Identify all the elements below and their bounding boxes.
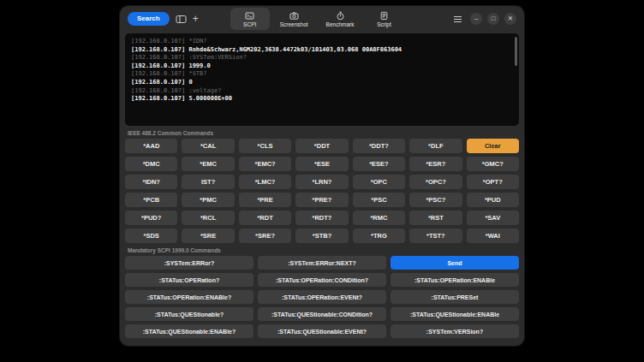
scpi-command-button[interactable]: :STATus:OPERation:ENABle? bbox=[125, 290, 253, 304]
ieee-command-button[interactable]: *OPT? bbox=[467, 175, 519, 189]
ieee-command-button[interactable]: *GMC? bbox=[467, 157, 519, 171]
ieee-command-button[interactable]: *DDT bbox=[295, 139, 348, 153]
tab-label: SCPI bbox=[243, 21, 256, 27]
ieee-command-button[interactable]: *AAD bbox=[125, 139, 177, 153]
ieee-command-button[interactable]: *CLS bbox=[239, 139, 291, 153]
ieee-command-button[interactable]: *STB? bbox=[295, 228, 348, 243]
ieee-command-button[interactable]: *RDT bbox=[239, 211, 291, 225]
ieee-command-button[interactable]: *DMC bbox=[125, 157, 177, 171]
tab-label: Benchmark bbox=[326, 21, 355, 27]
ieee-command-button[interactable]: *RST bbox=[409, 211, 462, 225]
ieee-command-button[interactable]: *ESE? bbox=[353, 157, 405, 171]
sidebar-toggle-button[interactable] bbox=[176, 15, 187, 24]
ieee-command-button[interactable]: *SRE? bbox=[239, 228, 291, 243]
terminal-icon bbox=[245, 11, 254, 21]
ieee-command-button[interactable]: *RDT? bbox=[295, 211, 348, 225]
search-button[interactable]: Search bbox=[128, 12, 170, 26]
tab-label: Script bbox=[377, 21, 391, 27]
scpi-command-grid: :SYSTem:ERRor?:SYSTem:ERRor:NEXT?Send:ST… bbox=[120, 256, 524, 338]
hamburger-icon bbox=[453, 15, 462, 23]
tab-benchmark[interactable]: Benchmark bbox=[319, 8, 362, 30]
console-line-response: [192.168.0.107] Rohde&Schwarz,NGM202,363… bbox=[131, 46, 513, 55]
scpi-command-button[interactable]: :STATus:OPERation? bbox=[125, 273, 253, 287]
scpi-command-button[interactable]: :STATus:QUEStionable? bbox=[125, 307, 253, 321]
console-line-query: [192.168.0.107] *IDN? bbox=[131, 38, 513, 46]
ieee-command-button[interactable]: *DDT? bbox=[353, 139, 405, 153]
ieee-command-button[interactable]: *ESE bbox=[295, 157, 348, 171]
ieee-command-button[interactable]: *RCL bbox=[182, 211, 234, 225]
ieee-command-button[interactable]: *PCB bbox=[125, 193, 177, 207]
maximize-button[interactable]: □ bbox=[487, 13, 499, 25]
ieee-command-button[interactable]: *PMC bbox=[182, 193, 234, 207]
ieee-command-button[interactable]: *SDS bbox=[125, 228, 177, 243]
ieee-command-button[interactable]: *PUD? bbox=[125, 211, 177, 225]
scpi-command-button[interactable]: :SYSTem:VERSion? bbox=[391, 324, 519, 338]
scpi-command-button[interactable]: :SYSTem:ERRor? bbox=[125, 256, 253, 270]
ieee-command-button[interactable]: *PRE bbox=[239, 193, 291, 207]
script-icon bbox=[379, 11, 389, 21]
ieee-command-button[interactable]: *PUD bbox=[467, 193, 519, 207]
scpi-command-button[interactable]: :STATus:QUEStionable:CONDition? bbox=[258, 307, 386, 321]
tab-bar: SCPIScreenshotBenchmarkScript bbox=[230, 8, 404, 30]
scrollbar-thumb[interactable] bbox=[515, 37, 517, 66]
ieee-command-button[interactable]: *TST? bbox=[409, 228, 462, 243]
ieee-command-button[interactable]: *ESR? bbox=[409, 157, 462, 171]
titlebar: Search + SCPIScreenshotBenchmarkScript bbox=[120, 6, 524, 32]
ieee-command-button[interactable]: *LRN? bbox=[295, 175, 348, 189]
section-title-scpi: Mandatory SCPI 1999.0 Commands bbox=[128, 247, 516, 253]
scpi-command-button[interactable]: :STATus:PRESet bbox=[391, 290, 519, 304]
console-output: [192.168.0.107] *IDN?[192.168.0.107] Roh… bbox=[125, 33, 519, 126]
ieee-command-button[interactable]: *OPC bbox=[353, 175, 405, 189]
camera-icon bbox=[289, 11, 299, 21]
scpi-command-button[interactable]: :STATus:QUEStionable:EVENt? bbox=[258, 324, 386, 338]
send-button[interactable]: Send bbox=[391, 256, 519, 270]
minimize-button[interactable]: – bbox=[470, 13, 482, 25]
scpi-command-button[interactable]: :SYSTem:ERRor:NEXT? bbox=[258, 256, 386, 270]
scpi-command-button[interactable]: :STATus:OPERation:EVENt? bbox=[258, 290, 386, 304]
console-line-query: [192.168.0.107] :voltage? bbox=[131, 87, 513, 96]
ieee-command-button[interactable]: *WAI bbox=[467, 228, 519, 243]
plus-icon: + bbox=[193, 14, 199, 24]
sidebar-toggle-icon bbox=[176, 15, 187, 24]
clear-button[interactable]: Clear bbox=[467, 139, 519, 153]
ieee-command-button[interactable]: *IDN? bbox=[125, 175, 177, 189]
tab-label: Screenshot bbox=[280, 21, 308, 27]
scpi-command-button[interactable]: :STATus:OPERation:ENABle bbox=[391, 273, 519, 287]
ieee-command-button[interactable]: *LMC? bbox=[239, 175, 291, 189]
console-line-response: [192.168.0.107] 5.000000E+00 bbox=[131, 95, 513, 104]
ieee-command-button[interactable]: *EMC? bbox=[239, 157, 291, 171]
section-title-ieee: IEEE 488.2 Common Commands bbox=[128, 130, 516, 136]
console-lines: [192.168.0.107] *IDN?[192.168.0.107] Roh… bbox=[131, 38, 513, 104]
new-tab-button[interactable]: + bbox=[193, 14, 199, 24]
ieee-command-button[interactable]: *PSC bbox=[353, 193, 405, 207]
stopwatch-icon bbox=[336, 11, 345, 21]
console-line-response: [192.168.0.107] 1999.0 bbox=[131, 62, 513, 71]
ieee-command-grid: *AAD*CAL*CLS*DDT*DDT?*DLFClear*DMC*EMC*E… bbox=[120, 139, 524, 243]
ieee-command-button[interactable]: *TRG bbox=[353, 228, 405, 243]
console-line-query: [192.168.0.107] :SYSTem:VERSion? bbox=[131, 54, 513, 62]
console-line-response: [192.168.0.107] 0 bbox=[131, 79, 513, 87]
titlebar-controls: – □ ✕ bbox=[453, 13, 516, 25]
scpi-command-button[interactable]: :STATus:QUEStionable:ENABle? bbox=[125, 324, 253, 338]
close-button[interactable]: ✕ bbox=[504, 13, 516, 25]
tab-script[interactable]: Script bbox=[364, 8, 403, 30]
ieee-command-button[interactable]: *RMC bbox=[353, 211, 405, 225]
ieee-command-button[interactable]: *OPC? bbox=[409, 175, 462, 189]
ieee-command-button[interactable]: *DLF bbox=[409, 139, 462, 153]
ieee-command-button[interactable]: *EMC bbox=[182, 157, 234, 171]
ieee-command-button[interactable]: *SAV bbox=[467, 211, 519, 225]
scpi-command-button[interactable]: :STATus:QUEStionable:ENABle bbox=[391, 307, 519, 321]
console-line-query: [192.168.0.107] *STB? bbox=[131, 70, 513, 79]
ieee-command-button[interactable]: *PSC? bbox=[409, 193, 462, 207]
ieee-command-button[interactable]: *SRE bbox=[182, 228, 234, 243]
ieee-command-button[interactable]: *CAL bbox=[182, 139, 234, 153]
scpi-command-button[interactable]: :STATus:OPERation:CONDition? bbox=[258, 273, 386, 287]
ieee-command-button[interactable]: *PRE? bbox=[295, 193, 348, 207]
app-window: Search + SCPIScreenshotBenchmarkScript bbox=[120, 6, 524, 346]
tab-screenshot[interactable]: Screenshot bbox=[272, 8, 316, 30]
ieee-command-button[interactable]: IST? bbox=[182, 175, 234, 189]
tab-scpi[interactable]: SCPI bbox=[230, 8, 270, 30]
menu-button[interactable] bbox=[453, 15, 462, 23]
